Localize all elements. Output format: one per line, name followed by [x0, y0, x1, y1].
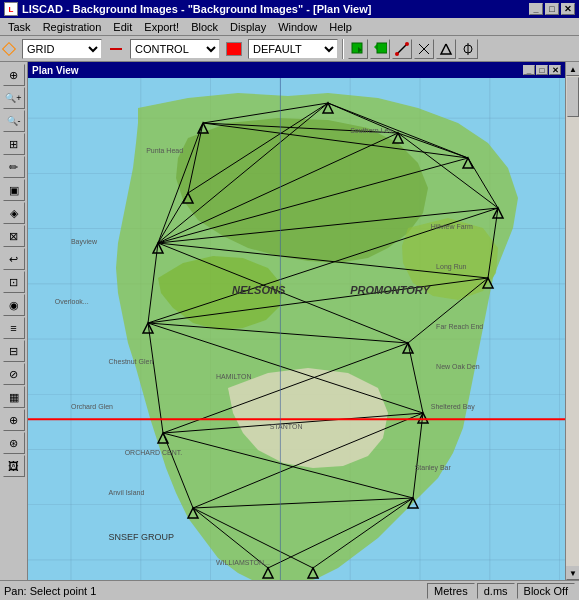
- inner-window-title: Plan View: [32, 65, 79, 76]
- zoom-out-btn[interactable]: [370, 39, 390, 59]
- scroll-down-btn[interactable]: ▼: [566, 566, 579, 580]
- toolbar: GRID SNAP NONE CONTROL SURVEY DESIGN DEF…: [0, 36, 579, 62]
- node-btn[interactable]: [414, 39, 434, 59]
- inner-title-bar: Plan View _ □ ✕: [28, 62, 565, 78]
- minimize-button[interactable]: _: [529, 3, 543, 15]
- left-toolbar: ⊕ 🔍+ 🔍- ⊞ ✏ ▣ ◈ ⊠ ↩ ⊡ ◉ ≡ ⊟ ⊘ ▦ ⊕ ⊛ 🖼: [0, 62, 28, 580]
- layer-btn[interactable]: ⊡: [3, 271, 25, 293]
- draw-line-btn[interactable]: ✏: [3, 156, 25, 178]
- point-btn[interactable]: ◉: [3, 294, 25, 316]
- scroll-up-btn[interactable]: ▲: [566, 62, 579, 76]
- title-bar-controls[interactable]: _ □ ✕: [529, 3, 575, 15]
- line-style-indicator: [108, 41, 124, 57]
- svg-text:Chestnut Glen: Chestnut Glen: [109, 358, 154, 365]
- svg-text:Overlook...: Overlook...: [55, 298, 89, 305]
- zoom-out-left-btn[interactable]: 🔍-: [3, 110, 25, 132]
- scroll-thumb[interactable]: [567, 77, 579, 117]
- svg-text:WILLIAMSTON...: WILLIAMSTON...: [216, 559, 270, 566]
- map-area[interactable]: NELSONS PROMONTORY SNSEF GROUP Punta Hea…: [28, 78, 565, 580]
- color-indicator: [226, 42, 242, 56]
- select-btn[interactable]: ▣: [3, 179, 25, 201]
- zoom-out-icon: [373, 42, 387, 56]
- menu-help[interactable]: Help: [323, 20, 358, 34]
- main-area: ⊕ 🔍+ 🔍- ⊞ ✏ ▣ ◈ ⊠ ↩ ⊡ ◉ ≡ ⊟ ⊘ ▦ ⊕ ⊛ 🖼 Pl…: [0, 62, 579, 580]
- svg-rect-4: [377, 43, 387, 53]
- node-icon: [417, 42, 431, 56]
- status-dms: d.ms: [477, 583, 515, 599]
- map-container: Plan View _ □ ✕: [28, 62, 565, 580]
- symbol-btn[interactable]: ⊛: [3, 432, 25, 454]
- menu-task[interactable]: Task: [2, 20, 37, 34]
- svg-text:Orchard Glen: Orchard Glen: [71, 403, 113, 410]
- inner-close-btn[interactable]: ✕: [549, 65, 561, 75]
- extra-icon: [461, 42, 475, 56]
- triangle-icon: [439, 42, 453, 56]
- window-title: LISCAD - Background Images - "Background…: [22, 3, 371, 15]
- app-icon-letter: L: [9, 5, 14, 14]
- svg-text:Sheltered Bay: Sheltered Bay: [431, 403, 475, 411]
- menu-block[interactable]: Block: [185, 20, 224, 34]
- svg-text:ORCHARD CENT.: ORCHARD CENT.: [125, 449, 183, 456]
- menu-export[interactable]: Export!: [138, 20, 185, 34]
- grid-select[interactable]: GRID SNAP NONE: [22, 39, 102, 59]
- svg-text:Stanley Bar: Stanley Bar: [415, 464, 452, 472]
- extra-btn[interactable]: [458, 39, 478, 59]
- snap-btn[interactable]: ⊕: [3, 64, 25, 86]
- measure-btn[interactable]: ⊘: [3, 363, 25, 385]
- status-right: Metres d.ms Block Off: [427, 583, 575, 599]
- svg-text:HAMILTON: HAMILTON: [216, 373, 252, 380]
- menu-window[interactable]: Window: [272, 20, 323, 34]
- title-bar: L LISCAD - Background Images - "Backgrou…: [0, 0, 579, 18]
- maximize-button[interactable]: □: [545, 3, 559, 15]
- svg-text:PROMONTORY: PROMONTORY: [350, 284, 431, 296]
- line-tool-btn[interactable]: [392, 39, 412, 59]
- svg-text:New Oak Den: New Oak Den: [436, 363, 480, 370]
- svg-text:SNSEF GROUP: SNSEF GROUP: [109, 532, 175, 542]
- zoom-in-left-btn[interactable]: 🔍+: [3, 87, 25, 109]
- svg-text:Far Reach End: Far Reach End: [436, 323, 483, 330]
- attr-btn[interactable]: ⊟: [3, 340, 25, 362]
- svg-point-6: [395, 52, 399, 56]
- status-metres: Metres: [427, 583, 475, 599]
- menu-registration[interactable]: Registration: [37, 20, 108, 34]
- title-bar-left: L LISCAD - Background Images - "Backgrou…: [4, 2, 371, 16]
- inner-title-controls[interactable]: _ □ ✕: [523, 65, 561, 75]
- status-message: Pan: Select point 1: [4, 585, 427, 597]
- svg-text:Long Run: Long Run: [436, 263, 466, 271]
- menu-bar: Task Registration Edit Export! Block Dis…: [0, 18, 579, 36]
- svg-text:Anvil Island: Anvil Island: [109, 489, 145, 496]
- menu-edit[interactable]: Edit: [107, 20, 138, 34]
- control-select[interactable]: CONTROL SURVEY DESIGN: [130, 39, 220, 59]
- svg-text:NELSONS: NELSONS: [232, 284, 286, 296]
- zoom-in-btn[interactable]: [348, 39, 368, 59]
- svg-rect-1: [352, 43, 362, 53]
- status-block: Block Off: [517, 583, 575, 599]
- svg-line-5: [397, 44, 407, 54]
- node-edit-btn[interactable]: ◈: [3, 202, 25, 224]
- image-btn[interactable]: 🖼: [3, 455, 25, 477]
- undo-btn[interactable]: ↩: [3, 248, 25, 270]
- triangle-btn[interactable]: [436, 39, 456, 59]
- menu-display[interactable]: Display: [224, 20, 272, 34]
- svg-text:Hillview Farm: Hillview Farm: [431, 223, 473, 230]
- list-btn[interactable]: ≡: [3, 317, 25, 339]
- separator-1: [342, 39, 344, 59]
- vertical-scrollbar[interactable]: ▲ ▼: [565, 62, 579, 580]
- close-button[interactable]: ✕: [561, 3, 575, 15]
- line-tool-icon: [395, 42, 409, 56]
- insert-btn[interactable]: ⊕: [3, 409, 25, 431]
- scroll-track[interactable]: [566, 76, 579, 566]
- layer-select[interactable]: DEFAULT LAYER1 LAYER2: [248, 39, 338, 59]
- zoom-extents-btn[interactable]: ⊞: [3, 133, 25, 155]
- svg-text:Bayview: Bayview: [71, 238, 98, 246]
- inner-maximize-btn[interactable]: □: [536, 65, 548, 75]
- app-icon: L: [4, 2, 18, 16]
- svg-text:Punta Head: Punta Head: [146, 147, 183, 154]
- color-box: [226, 42, 242, 56]
- inner-minimize-btn[interactable]: _: [523, 65, 535, 75]
- grid-btn[interactable]: ▦: [3, 386, 25, 408]
- svg-text:Southern Lea: Southern Lea: [350, 127, 392, 134]
- status-bar: Pan: Select point 1 Metres d.ms Block Of…: [0, 580, 579, 600]
- delete-btn[interactable]: ⊠: [3, 225, 25, 247]
- zoom-in-icon: [351, 42, 365, 56]
